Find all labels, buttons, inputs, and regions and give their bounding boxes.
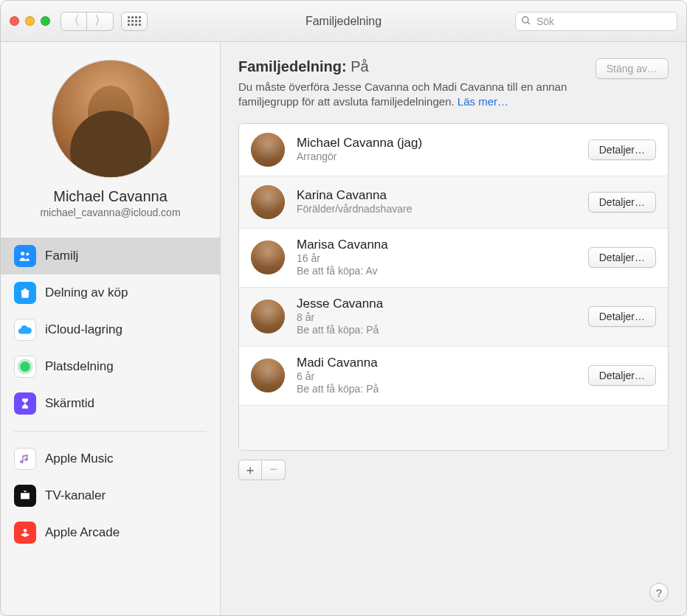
member-extra: Be att få köpa: På bbox=[297, 324, 576, 337]
cloud-icon bbox=[14, 319, 36, 341]
sidebar-list: Familj Delning av köp iCloud-lagring bbox=[1, 238, 220, 551]
member-info: Karina Cavanna Förälder/vårdnadshavare bbox=[297, 188, 576, 216]
member-avatar bbox=[251, 185, 285, 219]
svg-point-3 bbox=[26, 253, 29, 256]
member-avatar bbox=[251, 240, 285, 274]
user-name: Michael Cavanna bbox=[53, 188, 168, 205]
member-role: 6 år bbox=[297, 370, 576, 384]
sidebar-item-icloud-storage[interactable]: iCloud-lagring bbox=[1, 311, 220, 348]
sidebar-item-apple-music[interactable]: Apple Music bbox=[1, 440, 220, 477]
empty-row bbox=[239, 406, 668, 450]
member-name: Jesse Cavanna bbox=[297, 297, 576, 311]
member-row[interactable]: Jesse Cavanna 8 år Be att få köpa: På De… bbox=[239, 288, 668, 347]
music-icon bbox=[14, 448, 36, 470]
add-member-button[interactable]: ＋ bbox=[238, 460, 262, 480]
shopping-bag-icon bbox=[14, 282, 36, 304]
member-row[interactable]: Marisa Cavanna 16 år Be att få köpa: Av … bbox=[239, 229, 668, 288]
sidebar-item-label: Familj bbox=[45, 249, 78, 263]
remove-member-button[interactable]: − bbox=[262, 460, 286, 480]
member-row[interactable]: Michael Cavanna (jag) Arrangör Detaljer… bbox=[239, 124, 668, 176]
minimize-window-button[interactable] bbox=[25, 16, 35, 26]
details-button[interactable]: Detaljer… bbox=[588, 192, 656, 212]
sidebar-item-screen-time[interactable]: Skärmtid bbox=[1, 385, 220, 422]
member-name: Michael Cavanna (jag) bbox=[297, 136, 576, 150]
details-button[interactable]: Detaljer… bbox=[588, 365, 656, 386]
sidebar-item-label: iCloud-lagring bbox=[45, 322, 122, 337]
grid-icon bbox=[128, 16, 141, 26]
member-name: Karina Cavanna bbox=[297, 188, 576, 203]
turn-off-button[interactable]: Stäng av… bbox=[595, 58, 669, 79]
svg-point-2 bbox=[21, 252, 24, 255]
member-name: Marisa Cavanna bbox=[297, 238, 576, 252]
sidebar-item-label: Platsdelning bbox=[45, 359, 114, 374]
hourglass-icon bbox=[14, 392, 36, 415]
subtext-text: Du måste överföra Jesse Cavanna och Madi… bbox=[238, 80, 567, 108]
user-avatar bbox=[52, 60, 170, 178]
member-info: Marisa Cavanna 16 år Be att få köpa: Av bbox=[297, 238, 576, 278]
member-info: Michael Cavanna (jag) Arrangör bbox=[297, 136, 576, 164]
details-button[interactable]: Detaljer… bbox=[588, 139, 656, 160]
details-button[interactable]: Detaljer… bbox=[588, 247, 656, 268]
member-info: Jesse Cavanna 8 år Be att få köpa: På bbox=[297, 297, 576, 337]
member-name: Madi Cavanna bbox=[297, 356, 576, 370]
sidebar-item-family[interactable]: Familj bbox=[1, 238, 220, 274]
learn-more-link[interactable]: Läs mer… bbox=[458, 95, 508, 108]
main-content: Familjedelning: På Du måste överföra Jes… bbox=[221, 42, 686, 615]
sidebar-item-label: Apple Arcade bbox=[45, 525, 120, 540]
sidebar-item-apple-arcade[interactable]: Apple Arcade bbox=[1, 514, 220, 551]
arcade-icon bbox=[14, 522, 36, 544]
sidebar-item-purchase-sharing[interactable]: Delning av köp bbox=[1, 274, 220, 311]
sidebar-divider bbox=[14, 431, 207, 432]
member-avatar bbox=[251, 133, 285, 167]
page-title: Familjedelning: På bbox=[238, 58, 595, 75]
search-icon bbox=[521, 15, 531, 28]
sidebar-item-tv-channels[interactable]: TV-kanaler bbox=[1, 477, 220, 514]
window-controls bbox=[10, 16, 50, 26]
member-role: 16 år bbox=[297, 252, 576, 266]
minus-icon: − bbox=[269, 462, 277, 477]
profile-block: Michael Cavanna michael_cavanna@icloud.c… bbox=[1, 54, 220, 232]
window-title: Familjedelning bbox=[305, 15, 382, 28]
member-extra: Be att få köpa: På bbox=[297, 383, 576, 396]
member-avatar bbox=[251, 359, 285, 392]
member-list: Michael Cavanna (jag) Arrangör Detaljer…… bbox=[238, 123, 669, 451]
family-icon bbox=[14, 245, 36, 267]
member-row[interactable]: Madi Cavanna 6 år Be att få köpa: På Det… bbox=[239, 347, 668, 406]
member-role: Förälder/vårdnadshavare bbox=[297, 203, 576, 216]
show-all-button[interactable] bbox=[121, 12, 148, 31]
member-avatar bbox=[251, 300, 285, 333]
sidebar-item-label: Delning av köp bbox=[45, 285, 128, 300]
chevron-left-icon: 〈 bbox=[68, 13, 80, 29]
details-button[interactable]: Detaljer… bbox=[588, 306, 656, 327]
nav-buttons: 〈 〉 bbox=[61, 12, 114, 31]
window-frame: 〈 〉 Familjedelning Michael Cavanna micha… bbox=[0, 0, 687, 616]
chevron-right-icon: 〉 bbox=[94, 13, 106, 29]
member-row[interactable]: Karina Cavanna Förälder/vårdnadshavare D… bbox=[239, 176, 668, 229]
header-row: Familjedelning: På Du måste överföra Jes… bbox=[238, 58, 669, 110]
body: Michael Cavanna michael_cavanna@icloud.c… bbox=[1, 42, 686, 615]
help-button[interactable]: ? bbox=[649, 583, 669, 602]
close-window-button[interactable] bbox=[10, 16, 19, 26]
header-subtext: Du måste överföra Jesse Cavanna och Madi… bbox=[238, 80, 595, 110]
titlebar: 〈 〉 Familjedelning bbox=[1, 1, 686, 42]
sidebar-item-location-sharing[interactable]: Platsdelning bbox=[1, 348, 220, 385]
search-wrap bbox=[515, 12, 677, 31]
tv-icon bbox=[14, 485, 36, 507]
add-remove-controls: ＋ − bbox=[238, 460, 669, 480]
search-input[interactable] bbox=[515, 12, 677, 31]
svg-point-4 bbox=[24, 529, 27, 533]
sidebar-item-label: TV-kanaler bbox=[45, 488, 106, 503]
sidebar-item-label: Apple Music bbox=[45, 451, 114, 466]
back-button[interactable]: 〈 bbox=[61, 12, 87, 31]
svg-line-1 bbox=[528, 21, 530, 24]
title-status: På bbox=[351, 58, 368, 75]
member-role: 8 år bbox=[297, 311, 576, 325]
zoom-window-button[interactable] bbox=[41, 16, 50, 26]
forward-button[interactable]: 〉 bbox=[87, 12, 114, 31]
member-info: Madi Cavanna 6 år Be att få köpa: På bbox=[297, 356, 576, 396]
user-email: michael_cavanna@icloud.com bbox=[40, 207, 180, 218]
title-label: Familjedelning: bbox=[238, 58, 347, 75]
member-extra: Be att få köpa: Av bbox=[297, 265, 576, 278]
member-role: Arrangör bbox=[297, 150, 576, 164]
plus-icon: ＋ bbox=[244, 461, 257, 479]
